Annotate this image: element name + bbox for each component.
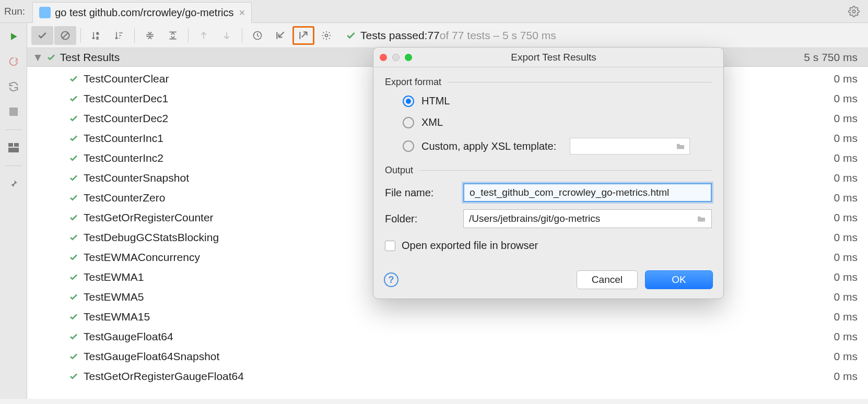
test-time: 0 ms [834, 112, 863, 125]
test-time: 0 ms [834, 311, 863, 323]
tree-root-time: 5 s 750 ms [804, 51, 863, 64]
tree-root-label: Test Results [60, 51, 120, 64]
tab-title: go test github.com/rcrowley/go-metrics [55, 7, 233, 19]
export-button[interactable] [292, 26, 314, 45]
check-icon [69, 312, 78, 322]
check-icon [69, 114, 78, 123]
test-time: 0 ms [834, 370, 863, 383]
folder-icon[interactable] [676, 142, 685, 150]
test-time: 0 ms [834, 92, 863, 105]
check-icon [69, 332, 78, 341]
test-name: TestCounterDec1 [84, 92, 168, 105]
test-name: TestGetOrRegisterGaugeFloat64 [84, 370, 244, 383]
radio-custom[interactable] [403, 140, 414, 152]
test-name: TestCounterSnapshot [84, 172, 189, 184]
next-failed-button[interactable] [216, 26, 238, 45]
import-button[interactable] [269, 26, 291, 45]
radio-html[interactable] [403, 96, 414, 107]
svg-point-0 [852, 10, 855, 13]
test-name: TestGaugeFloat64 [84, 330, 173, 343]
test-row[interactable]: TestGaugeFloat64Snapshot0 ms [27, 347, 868, 366]
window-close-icon[interactable] [380, 54, 387, 61]
sort-duration-button[interactable] [108, 26, 130, 45]
svg-point-9 [325, 34, 328, 37]
expand-all-button[interactable] [139, 26, 161, 45]
gear-icon[interactable] [844, 6, 864, 17]
status-count: 77 [427, 29, 439, 42]
test-name: TestEWMA15 [84, 311, 150, 323]
test-settings-button[interactable] [315, 26, 337, 45]
export-dialog: Export Test Results Export format HTML X… [373, 47, 724, 299]
check-icon [69, 153, 78, 163]
chevron-down-icon: ▼ [32, 51, 43, 64]
test-row[interactable]: TestGaugeFloat640 ms [27, 327, 868, 347]
help-button[interactable]: ? [384, 272, 398, 287]
cancel-button[interactable]: Cancel [577, 270, 638, 289]
history-button[interactable] [247, 26, 268, 45]
show-passed-button[interactable] [31, 26, 53, 45]
sort-alpha-button[interactable]: az [85, 26, 107, 45]
check-icon [69, 352, 78, 361]
check-icon [69, 213, 78, 222]
run-icon[interactable] [6, 29, 21, 44]
check-icon [69, 372, 78, 381]
check-icon [46, 53, 56, 62]
dialog-title: Export Test Results [390, 52, 717, 63]
test-time: 0 ms [834, 330, 863, 343]
section-output-label: Output [385, 165, 413, 176]
open-browser-checkbox[interactable] [385, 241, 395, 251]
test-time: 0 ms [834, 271, 863, 283]
stop-icon[interactable] [6, 104, 21, 119]
run-tab[interactable]: go test github.com/rcrowley/go-metrics × [32, 2, 252, 23]
check-icon [69, 173, 78, 183]
status-prefix: Tests passed: [360, 29, 427, 42]
test-time: 0 ms [834, 211, 863, 224]
test-time: 0 ms [834, 251, 863, 264]
test-name: TestEWMA1 [84, 271, 144, 283]
toggle-auto-icon[interactable] [6, 79, 21, 94]
layout-icon[interactable] [6, 140, 21, 155]
radio-xml[interactable] [403, 117, 414, 128]
test-name: TestGetOrRegisterCounter [84, 211, 214, 224]
test-time: 0 ms [834, 350, 863, 363]
radio-xml-label: XML [421, 116, 443, 128]
test-name: TestEWMAConcurrency [84, 251, 200, 264]
rerun-failed-icon[interactable] [6, 54, 21, 69]
test-row[interactable]: TestEWMA150 ms [27, 307, 868, 327]
xsl-template-input[interactable] [570, 138, 690, 155]
check-icon [69, 94, 78, 103]
test-name: TestCounterDec2 [84, 112, 168, 125]
folder-browse-icon[interactable] [697, 215, 706, 222]
test-time: 0 ms [834, 231, 863, 244]
check-icon [69, 233, 78, 242]
file-name-value: o_test_github_com_rcrowley_go-metrics.ht… [470, 187, 669, 198]
test-time: 0 ms [834, 172, 863, 184]
folder-input[interactable]: /Users/jetbrains/git/go-metrics [463, 209, 712, 228]
test-row[interactable]: TestGetOrRegisterGaugeFloat640 ms [27, 366, 868, 386]
pin-icon[interactable] [6, 176, 21, 191]
ok-button[interactable]: OK [645, 270, 713, 289]
prev-failed-button[interactable] [193, 26, 215, 45]
close-icon[interactable]: × [239, 7, 245, 19]
show-ignored-button[interactable] [54, 26, 76, 45]
check-icon [69, 292, 78, 302]
check-icon [69, 272, 78, 282]
test-time: 0 ms [834, 192, 863, 204]
check-icon [69, 134, 78, 143]
test-time: 0 ms [834, 291, 863, 303]
test-name: TestGaugeFloat64Snapshot [84, 350, 219, 363]
status-text: Tests passed: 77 of 77 tests – 5 s 750 m… [346, 29, 556, 42]
test-name: TestEWMA5 [84, 291, 144, 303]
svg-text:z: z [97, 35, 99, 40]
folder-value: /Users/jetbrains/git/go-metrics [469, 213, 600, 224]
status-rest: of 77 tests – 5 s 750 ms [440, 29, 556, 42]
collapse-all-button[interactable] [162, 26, 184, 45]
radio-custom-label: Custom, apply XSL template: [421, 140, 556, 152]
test-name: TestDebugGCStatsBlocking [84, 231, 219, 244]
svg-rect-2 [8, 143, 13, 147]
test-name: TestCounterClear [84, 73, 169, 85]
test-time: 0 ms [834, 152, 863, 164]
svg-rect-3 [14, 143, 19, 147]
test-name: TestCounterInc2 [84, 152, 163, 164]
file-name-input[interactable]: o_test_github_com_rcrowley_go-metrics.ht… [463, 183, 712, 202]
